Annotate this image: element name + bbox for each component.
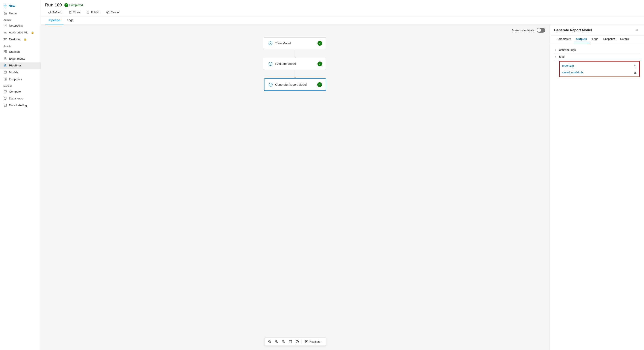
sidebar-item-pipelines[interactable]: Pipelines [0,62,40,69]
canvas-toolbar: Navigator [264,338,326,346]
tab-pipeline[interactable]: Pipeline [45,16,64,24]
refresh-label: Refresh [52,11,62,14]
sidebar-item-datasets-label: Datasets [9,50,20,53]
sidebar-item-designer[interactable]: Designer 🔒 [0,36,40,43]
file-item-report-zip: report.zip [560,62,639,69]
new-button[interactable]: New [0,2,40,10]
layout-button[interactable] [295,339,300,344]
datasets-icon [4,50,7,53]
lock2-icon: 🔒 [24,38,27,41]
tree-item-azureml-logs[interactable]: › azureml-logs [554,46,640,53]
content: Show node details Train Model ✓ [41,24,644,350]
data-labeling-icon [4,104,7,107]
file-list: report.zip saved_model.pb [559,61,640,77]
download-report-zip-icon[interactable] [634,64,637,67]
panel-tab-details[interactable]: Details [618,35,631,43]
sidebar-item-datasets[interactable]: Datasets [0,48,40,55]
status-badge: ✓ Completed [64,3,83,7]
node-train-model-label: Train Model [275,42,291,45]
canvas-tool-divider [302,340,302,344]
generate-report-node-icon [268,82,273,87]
clone-button[interactable]: Clone [66,9,83,15]
navigator-button[interactable]: Navigator [304,339,323,344]
svg-point-15 [6,66,6,66]
panel-tab-outputs[interactable]: Outputs [574,35,590,43]
endpoints-icon [4,77,7,81]
connector-2 [295,70,296,78]
sidebar-item-designer-label: Designer [9,38,20,41]
sidebar-item-datastores[interactable]: Datastores [0,95,40,102]
sidebar-item-endpoints-label: Endpoints [9,78,22,81]
report-zip-link[interactable]: report.zip [562,64,574,67]
pipelines-icon [4,64,7,67]
cancel-label: Cancel [111,11,119,14]
node-details-bar: Show node details [512,28,545,32]
fit-view-button[interactable] [288,339,293,344]
sidebar-item-automated-ml[interactable]: Automated ML 🔒 [0,29,40,36]
panel-title: Generate Report Model [554,28,592,32]
panel-tab-parameters[interactable]: Parameters [554,35,574,43]
show-node-details-label: Show node details [512,29,534,32]
svg-point-24 [4,97,6,98]
sidebar-item-compute[interactable]: Compute [0,88,40,95]
refresh-button[interactable]: Refresh [45,9,65,15]
search-canvas-button[interactable] [267,339,272,344]
sidebar-item-datastores-label: Datastores [9,97,23,100]
node-generate-report-model[interactable]: Generate Report Model ✓ [264,78,326,91]
sidebar-item-models[interactable]: Models [0,69,40,76]
main-area: Run 109 ✓ Completed Refresh Clone [41,0,644,350]
logs-label: logs [559,55,640,58]
panel-header: Generate Report Model × [550,24,644,35]
download-saved-model-icon[interactable] [634,71,637,74]
evaluate-model-check-icon: ✓ [318,61,322,66]
show-node-details-toggle[interactable] [537,28,545,32]
panel-close-button[interactable]: × [635,27,640,33]
sidebar-item-compute-label: Compute [9,90,21,93]
svg-rect-9 [5,50,6,51]
sidebar-item-data-labeling[interactable]: Data Labeling [0,102,40,109]
author-section-label: Author [0,16,40,22]
node-train-model[interactable]: Train Model ✓ [264,37,326,49]
cancel-button[interactable]: Cancel [104,9,122,15]
node-evaluate-model[interactable]: Evaluate Model ✓ [264,58,326,70]
header-title-row: Run 109 ✓ Completed [45,2,640,7]
header: Run 109 ✓ Completed Refresh Clone [41,0,644,16]
new-label: New [8,4,15,7]
publish-icon [86,10,90,14]
svg-point-4 [4,38,4,39]
panel-tab-logs[interactable]: Logs [590,35,601,43]
sidebar-item-models-label: Models [9,71,18,74]
svg-rect-40 [289,340,292,343]
sidebar-item-pipelines-label: Pipelines [9,64,22,67]
completed-icon: ✓ [64,3,68,7]
zoom-out-button[interactable] [281,339,286,344]
publish-button[interactable]: Publish [84,9,103,15]
tab-logs[interactable]: Logs [64,16,77,24]
sidebar-item-experiments-label: Experiments [9,57,25,60]
tabs: Pipeline Logs [41,16,644,24]
saved-model-pb-link[interactable]: saved_model.pb [562,71,582,74]
zoom-in-button[interactable] [274,339,279,344]
panel-content: › azureml-logs › logs report.zip [550,43,644,350]
panel-tabs: Parameters Outputs Logs Snapshot Details [550,35,644,43]
toolbar: Refresh Clone Publish Cancel [45,9,640,16]
train-model-node-icon [268,41,273,46]
panel-tab-snapshot[interactable]: Snapshot [601,35,618,43]
generate-report-check-icon: ✓ [317,82,322,87]
train-model-check-icon: ✓ [318,41,322,46]
status-label: Completed [69,3,83,7]
sidebar-item-notebooks-label: Notebooks [9,24,23,27]
tree-item-logs[interactable]: › logs [554,53,640,60]
sidebar-item-home[interactable]: Home [0,10,40,16]
node-evaluate-model-label: Evaluate Model [275,62,296,66]
experiments-icon [4,57,7,60]
clone-label: Clone [73,11,80,14]
svg-rect-10 [4,52,5,53]
datastores-icon [4,97,7,100]
clone-icon [68,10,72,14]
manage-section-label: Manage [0,83,40,88]
designer-icon [4,37,7,41]
sidebar-item-endpoints[interactable]: Endpoints [0,76,40,83]
sidebar-item-experiments[interactable]: Experiments [0,55,40,62]
sidebar-item-notebooks[interactable]: Notebooks [0,22,40,29]
